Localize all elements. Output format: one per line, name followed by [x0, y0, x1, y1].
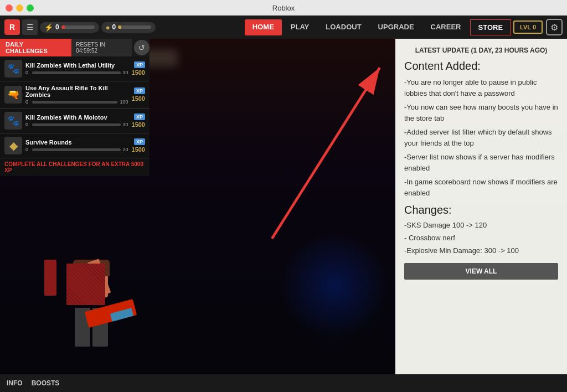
- challenges-panel: DAILY CHALLENGES RESETS IN 04:59:52 ↺ 🐾 …: [0, 39, 150, 176]
- challenge-info-3: Kill Zombies With A Molotov 0 30: [25, 114, 128, 127]
- currency-sword: ⚡ 0: [40, 22, 99, 33]
- challenge-item-4: ◆ Survive Rounds 0 20 XP 1500: [0, 133, 150, 158]
- prog-max-1: 30: [123, 70, 128, 75]
- update-content-2: -You now can see how many boosts you hav…: [404, 102, 558, 123]
- challenge-rewards-4: XP 1500: [132, 138, 145, 153]
- prog-max-2: 100: [120, 99, 128, 105]
- character-torso: [66, 264, 105, 305]
- xp-badge-4: XP: [134, 138, 145, 145]
- change-item-2: - Crossbow nerf: [404, 233, 558, 244]
- challenge-rewards-2: XP 1500: [132, 87, 145, 102]
- challenges-reset-button[interactable]: ↺: [134, 40, 150, 55]
- reward-amount-2: 1500: [132, 95, 145, 102]
- challenge-progress-3: 0 30: [25, 122, 128, 127]
- main-content: DAILY CHALLENGES RESETS IN 04:59:52 ↺ 🐾 …: [0, 39, 567, 374]
- lvl-button[interactable]: LVL 0: [513, 20, 543, 34]
- change-item-3: -Explosive Min Damage: 300 -> 100: [404, 245, 558, 257]
- currency1-bar: [61, 25, 95, 29]
- minimize-window-button[interactable]: [16, 4, 23, 12]
- update-content-4: -Server list now shows if a server has m…: [404, 152, 558, 173]
- nav-loadout[interactable]: LOADOUT: [318, 19, 369, 35]
- nav-home[interactable]: HOME: [245, 19, 282, 35]
- currency-coin: ● 0: [101, 22, 156, 33]
- prog-bar-3: [32, 123, 121, 126]
- challenge-icon-1: 🐾: [4, 60, 22, 78]
- content-added-title: Content Added:: [404, 60, 558, 73]
- app-logo[interactable]: R: [4, 19, 20, 35]
- challenge-icon-4: ◆: [4, 137, 22, 154]
- nav-bar: R ☰ ⚡ 0 ● 0 HOME PLAY LOADOUT UPGRADE CA…: [0, 16, 567, 39]
- menu-icon-button[interactable]: ☰: [22, 19, 38, 35]
- challenge-info-1: Kill Zombies With Lethal Utility 0 30: [25, 62, 128, 75]
- bottom-tab-boosts[interactable]: BOOSTS: [32, 379, 60, 387]
- challenge-progress-1: 0 30: [25, 70, 128, 75]
- challenge-name-2: Use Any Assault Rifle To Kill Zombies: [25, 85, 128, 98]
- update-content-5: -In game scoreboard now shows if modifie…: [404, 177, 558, 198]
- view-all-button[interactable]: VIEW ALL: [404, 263, 558, 280]
- prog-max-4: 20: [123, 147, 128, 152]
- reward-amount-3: 1500: [132, 121, 145, 128]
- challenge-name-1: Kill Zombies With Lethal Utility: [25, 62, 128, 69]
- maximize-window-button[interactable]: [27, 4, 34, 12]
- challenge-name-3: Kill Zombies With A Molotov: [25, 114, 128, 121]
- reward-amount-4: 1500: [132, 146, 145, 153]
- xp-badge-2: XP: [134, 87, 145, 94]
- xp-badge-3: XP: [134, 114, 145, 120]
- challenge-progress-4: 0 20: [25, 147, 128, 152]
- currency1-amount: 0: [55, 23, 59, 31]
- prog-max-3: 30: [123, 122, 128, 127]
- challenges-timer: RESETS IN 04:59:52: [71, 39, 132, 56]
- close-window-button[interactable]: [6, 4, 13, 12]
- changes-title: Changes:: [404, 204, 558, 216]
- bg-blue-glow: [279, 230, 390, 341]
- challenge-icon-3: 🐾: [4, 112, 22, 130]
- window-controls: [6, 4, 34, 12]
- update-title: LATEST UPDATE (1 DAY, 23 HOURS AGO): [404, 47, 558, 54]
- nav-upgrade[interactable]: UPGRADE: [370, 19, 422, 35]
- xp-badge-1: XP: [134, 61, 145, 68]
- coin-icon: ●: [106, 23, 110, 32]
- challenge-rewards-1: XP 1500: [132, 61, 145, 76]
- gear-icon: ⚙: [550, 22, 558, 33]
- challenge-item-2: 🔫 Use Any Assault Rifle To Kill Zombies …: [0, 81, 150, 109]
- challenges-bonus-text: COMPLETE ALL CHALLENGES FOR AN EXTRA 500…: [0, 158, 150, 176]
- reward-amount-1: 1500: [132, 69, 145, 76]
- torso-pattern: [66, 264, 105, 305]
- challenge-item-1: 🐾 Kill Zombies With Lethal Utility 0 30 …: [0, 56, 150, 81]
- window-title: Roblox: [272, 4, 295, 12]
- challenge-item-3: 🐾 Kill Zombies With A Molotov 0 30 XP 15…: [0, 109, 150, 133]
- challenge-icon-2: 🔫: [4, 86, 22, 104]
- prog-current-3: 0: [25, 122, 30, 127]
- prog-current-4: 0: [25, 147, 30, 152]
- currency2-amount: 0: [112, 23, 116, 31]
- currency2-bar: [118, 25, 151, 29]
- challenges-title-label: DAILY CHALLENGES: [0, 39, 71, 56]
- currency1-fill: [61, 25, 65, 29]
- bottom-bar: INFO BOOSTS: [0, 374, 567, 392]
- challenge-progress-2: 0 100: [25, 99, 128, 105]
- update-content-3: -Added server list filter which by defau…: [404, 127, 558, 148]
- prog-bar-4: [32, 148, 121, 151]
- update-content-1: -You are no longer able to pause in publ…: [404, 77, 558, 99]
- nav-play[interactable]: PLAY: [283, 19, 317, 35]
- prog-bar-1: [32, 71, 121, 74]
- update-panel: LATEST UPDATE (1 DAY, 23 HOURS AGO) Cont…: [395, 39, 567, 374]
- nav-career[interactable]: CAREER: [423, 19, 469, 35]
- challenges-header: DAILY CHALLENGES RESETS IN 04:59:52 ↺: [0, 39, 150, 56]
- home-notif-dot: [276, 22, 280, 25]
- sword-icon: ⚡: [44, 23, 53, 32]
- change-item-1: -SKS Damage 100 -> 120: [404, 220, 558, 231]
- prog-bar-2: [32, 101, 117, 104]
- nav-menu: HOME PLAY LOADOUT UPGRADE CAREER STORE: [245, 19, 511, 35]
- challenge-name-4: Survive Rounds: [25, 139, 128, 146]
- nav-store[interactable]: STORE: [470, 19, 512, 35]
- challenge-info-2: Use Any Assault Rifle To Kill Zombies 0 …: [25, 85, 128, 105]
- prog-current-1: 0: [25, 70, 30, 75]
- currency2-fill: [118, 25, 121, 29]
- prog-current-2: 0: [25, 99, 30, 105]
- settings-button[interactable]: ⚙: [546, 19, 563, 35]
- character-arm-left: [44, 260, 56, 296]
- nav-right: LVL 0 ⚙: [513, 19, 563, 35]
- title-bar: Roblox: [0, 0, 567, 16]
- bottom-tab-info[interactable]: INFO: [7, 379, 23, 387]
